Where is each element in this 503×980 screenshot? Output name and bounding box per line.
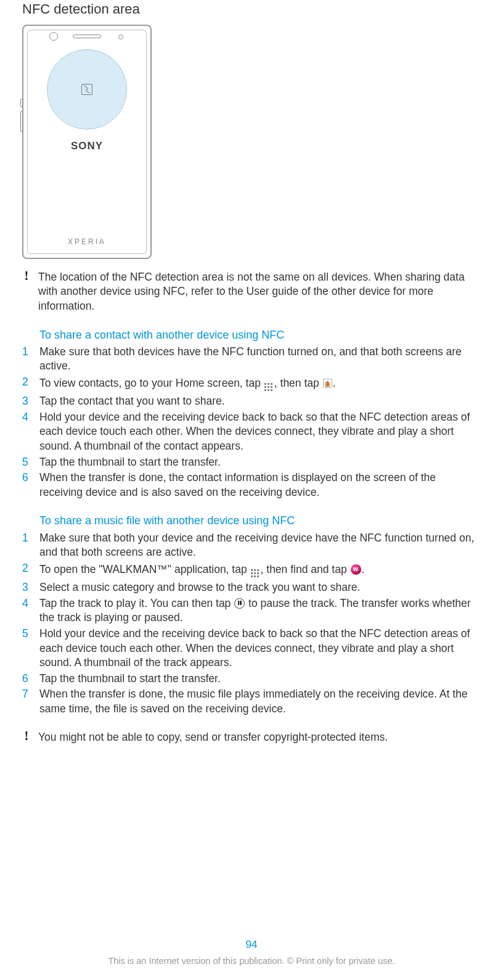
- warning-note: ! You might not be able to copy, send or…: [22, 730, 480, 745]
- step-number: 5: [22, 455, 31, 470]
- footer-disclaimer: This is an Internet version of this publ…: [0, 955, 503, 968]
- step-text-part: .: [333, 377, 336, 389]
- step-text: To open the "WALKMAN™" application, tap …: [39, 561, 480, 579]
- sensor-icon: [118, 35, 123, 39]
- step-text: Tap the thumbnail to start the transfer.: [39, 455, 480, 470]
- speaker-icon: [73, 35, 101, 38]
- brand-sony-label: SONY: [71, 139, 103, 154]
- step-number: 4: [22, 410, 31, 454]
- step-row: 5 Tap the thumbnail to start the transfe…: [22, 455, 480, 470]
- walkman-icon: [351, 564, 361, 575]
- step-text: Tap the track to play it. You can then t…: [39, 596, 480, 625]
- step-row: 5 Hold your device and the receiving dev…: [22, 627, 480, 670]
- pause-icon: [234, 598, 245, 609]
- share-music-heading: To share a music file with another devic…: [39, 513, 480, 528]
- warning-text: The location of the NFC detection area i…: [38, 270, 480, 314]
- step-number: 1: [22, 531, 31, 560]
- apps-grid-icon: [251, 561, 260, 579]
- step-row: 6 Tap the thumbnail to start the transfe…: [22, 672, 480, 686]
- warning-text: You might not be able to copy, send or t…: [38, 730, 480, 745]
- step-number: 1: [22, 345, 31, 374]
- step-row: 6 When the transfer is done, the contact…: [22, 471, 480, 500]
- step-text: Make sure that both devices have the NFC…: [39, 345, 480, 374]
- step-text-part: , then tap: [274, 377, 322, 389]
- page-footer: 94 This is an Internet version of this p…: [0, 938, 503, 968]
- step-number: 5: [22, 627, 31, 670]
- step-text-part: , then find and tap: [261, 563, 350, 575]
- step-text-part: .: [362, 563, 365, 575]
- camera-icon: [49, 32, 58, 41]
- nfc-area-icon: [47, 49, 127, 130]
- share-contact-heading: To share a contact with another device u…: [39, 327, 480, 342]
- step-text: Make sure that both your device and the …: [39, 531, 480, 560]
- page-number: 94: [0, 938, 503, 952]
- step-row: 4 Tap the track to play it. You can then…: [22, 596, 480, 625]
- step-text: When the transfer is done, the contact i…: [39, 471, 480, 500]
- warning-icon: !: [22, 729, 31, 745]
- share-contact-steps: 1 Make sure that both devices have the N…: [22, 345, 480, 500]
- side-button-icon: [20, 111, 23, 132]
- step-number: 6: [22, 471, 31, 500]
- step-row: 4 Hold your device and the receiving dev…: [22, 410, 480, 454]
- step-text-part: To open the "WALKMAN™" application, tap: [39, 563, 250, 575]
- step-row: 3 Tap the contact that you want to share…: [22, 394, 480, 409]
- step-text: To view contacts, go to your Home screen…: [39, 375, 480, 393]
- contacts-icon: [323, 379, 332, 388]
- nfc-glyph-icon: [81, 84, 92, 95]
- share-music-steps: 1 Make sure that both your device and th…: [22, 531, 480, 717]
- step-row: 2 To open the "WALKMAN™" application, ta…: [22, 561, 480, 579]
- step-number: 7: [22, 687, 31, 716]
- nfc-device-diagram: SONY XPERIA: [22, 25, 152, 259]
- step-text: Select a music category and browse to th…: [39, 580, 480, 595]
- step-number: 3: [22, 580, 31, 595]
- section-heading: NFC detection area: [22, 0, 480, 19]
- step-row: 1 Make sure that both your device and th…: [22, 531, 480, 560]
- brand-xperia-label: XPERIA: [68, 237, 106, 247]
- side-button-icon: [20, 99, 23, 107]
- step-text: Tap the thumbnail to start the transfer.: [39, 672, 480, 686]
- step-number: 2: [22, 375, 31, 393]
- apps-grid-icon: [264, 374, 274, 392]
- step-text-part: To view contacts, go to your Home screen…: [39, 377, 264, 389]
- step-row: 1 Make sure that both devices have the N…: [22, 345, 480, 374]
- step-text-part: Tap the track to play it. You can then t…: [39, 597, 234, 609]
- step-row: 7 When the transfer is done, the music f…: [22, 687, 480, 716]
- step-number: 2: [22, 561, 31, 579]
- step-number: 3: [22, 394, 31, 409]
- step-row: 3 Select a music category and browse to …: [22, 580, 480, 595]
- warning-note: ! The location of the NFC detection area…: [22, 270, 480, 314]
- step-text: Hold your device and the receiving devic…: [39, 627, 480, 670]
- step-text: When the transfer is done, the music fil…: [39, 687, 480, 716]
- step-number: 6: [22, 672, 31, 686]
- step-text: Hold your device and the receiving devic…: [39, 410, 480, 454]
- step-number: 4: [22, 596, 31, 625]
- warning-icon: !: [22, 269, 31, 314]
- step-row: 2 To view contacts, go to your Home scre…: [22, 375, 480, 393]
- step-text: Tap the contact that you want to share.: [39, 394, 480, 409]
